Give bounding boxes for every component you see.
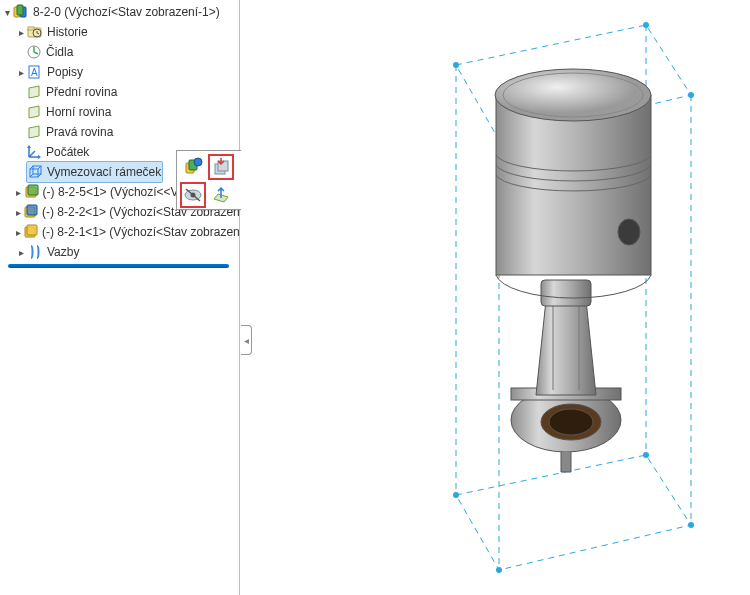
- plane-icon: [26, 84, 42, 100]
- tree-sensors[interactable]: Čidla: [0, 42, 239, 62]
- svg-rect-2: [17, 5, 23, 15]
- expand-caret[interactable]: ▸: [16, 247, 26, 257]
- graphics-viewport[interactable]: [241, 0, 750, 595]
- notes-label: Popisy: [47, 62, 83, 82]
- expand-caret[interactable]: ▸: [16, 67, 26, 77]
- part-icon: [22, 224, 38, 240]
- svg-rect-12: [28, 185, 38, 195]
- expand-caret[interactable]: ▸: [16, 27, 26, 37]
- plane-icon: [26, 124, 42, 140]
- svg-point-35: [549, 409, 593, 435]
- right-plane-label: Pravá rovina: [46, 122, 113, 142]
- svg-point-31: [688, 522, 694, 528]
- tree-right-plane[interactable]: Pravá rovina: [0, 122, 239, 142]
- tree-history[interactable]: ▸ Historie: [0, 22, 239, 42]
- svg-rect-14: [27, 205, 37, 215]
- sensors-label: Čidla: [46, 42, 73, 62]
- part-3-label: (-) 8-2-1<1> (Výchozí<Stav zobrazen: [42, 222, 240, 242]
- panel-collapse-handle[interactable]: ◂: [241, 325, 252, 355]
- top-plane-label: Horní rovina: [46, 102, 111, 122]
- svg-point-29: [453, 492, 459, 498]
- tree-mates[interactable]: ▸ Vazby: [0, 242, 239, 262]
- bounding-box-icon: [27, 164, 43, 180]
- part-icon: [23, 184, 39, 200]
- expand-caret[interactable]: ▸: [16, 227, 21, 237]
- svg-text:A: A: [31, 67, 38, 78]
- svg-point-26: [643, 22, 649, 28]
- front-plane-label: Přední rovina: [46, 82, 117, 102]
- svg-rect-16: [27, 225, 37, 235]
- origin-icon: [26, 144, 42, 160]
- tree-top-plane[interactable]: Horní rovina: [0, 102, 239, 122]
- tree-part-3[interactable]: ▸ (-) 8-2-1<1> (Výchozí<Stav zobrazen: [0, 222, 239, 242]
- tree-end-bar: [8, 264, 229, 268]
- hide-components-button[interactable]: [208, 154, 234, 180]
- expand-caret[interactable]: ▸: [16, 187, 22, 197]
- edit-feature-button[interactable]: [180, 154, 206, 180]
- root-label: 8-2-0 (Výchozí<Stav zobrazení-1>): [33, 2, 220, 22]
- expand-caret[interactable]: ▾: [2, 7, 12, 17]
- svg-point-32: [496, 567, 502, 573]
- bounding-box-label: Vymezovací rámeček: [47, 162, 161, 182]
- svg-point-25: [453, 62, 459, 68]
- part-icon: [22, 204, 38, 220]
- assembly-icon: [13, 4, 29, 20]
- history-folder-icon: [27, 24, 43, 40]
- model-view: [241, 0, 750, 595]
- expand-caret[interactable]: ▸: [16, 207, 21, 217]
- tree-root[interactable]: ▾ 8-2-0 (Výchozí<Stav zobrazení-1>): [0, 2, 239, 22]
- origin-label: Počátek: [46, 142, 89, 162]
- mates-icon: [27, 244, 43, 260]
- mates-label: Vazby: [47, 242, 79, 262]
- tree-bounding-box[interactable]: Vymezovací rámeček: [26, 161, 163, 183]
- svg-point-41: [618, 219, 640, 245]
- history-label: Historie: [47, 22, 88, 42]
- tree-notes[interactable]: ▸ A Popisy: [0, 62, 239, 82]
- tree-front-plane[interactable]: Přední rovina: [0, 82, 239, 102]
- svg-point-19: [194, 158, 202, 166]
- svg-rect-38: [496, 95, 651, 275]
- plane-icon: [26, 104, 42, 120]
- svg-point-39: [495, 69, 651, 121]
- svg-rect-4: [28, 27, 34, 30]
- feature-tree: ▾ 8-2-0 (Výchozí<Stav zobrazení-1>) ▸ Hi…: [0, 0, 240, 595]
- sensors-icon: [26, 44, 42, 60]
- hide-button[interactable]: [180, 182, 206, 208]
- annotations-icon: A: [27, 64, 43, 80]
- svg-rect-37: [541, 280, 591, 306]
- normal-to-button[interactable]: [208, 182, 234, 208]
- svg-point-27: [688, 92, 694, 98]
- svg-point-30: [643, 452, 649, 458]
